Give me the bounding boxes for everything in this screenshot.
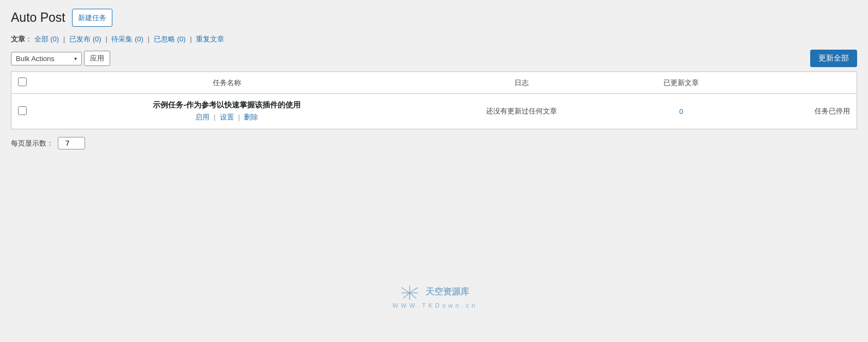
task-name: 示例任务-作为参考以快速掌握该插件的使用 [40, 100, 414, 110]
per-page-label: 每页显示数： [11, 139, 53, 148]
new-task-button[interactable]: 新建任务 [72, 9, 112, 27]
filter-label: 文章 [11, 35, 25, 43]
filter-all[interactable]: 全部 (0) [34, 35, 59, 43]
actions-bar: Bulk Actions ▾ 应用 更新全部 [11, 50, 857, 67]
updated-count: 0 [679, 107, 683, 116]
actions-bar-left: Bulk Actions ▾ 应用 [11, 51, 110, 66]
task-delete-link[interactable]: 删除 [244, 113, 258, 121]
col-header-task: 任务名称 [33, 72, 421, 94]
page-title: Auto Post [11, 10, 65, 25]
apply-button[interactable]: 应用 [84, 51, 110, 66]
table-row: 示例任务-作为参考以快速掌握该插件的使用 启用 | 设置 | 删除 还没有更新过… [11, 94, 857, 129]
footer-bar: 每页显示数： [11, 137, 857, 149]
task-actions: 启用 | 设置 | 删除 [195, 113, 258, 121]
filter-ignored[interactable]: 已忽略 (0) [154, 35, 186, 43]
per-page-input[interactable] [58, 137, 85, 149]
bulk-actions-dropdown[interactable]: Bulk Actions ▾ [11, 52, 82, 65]
filter-bar: 文章： 全部 (0) | 已发布 (0) | 待采集 (0) | 已忽略 (0)… [11, 34, 857, 44]
row-checkbox[interactable] [18, 106, 27, 115]
col-header-log: 日志 [421, 72, 623, 94]
svg-line-3 [410, 287, 418, 293]
select-all-checkbox[interactable] [18, 77, 27, 86]
task-log: 还没有更新过任何文章 [486, 107, 557, 115]
svg-line-5 [410, 293, 416, 298]
col-header-updated: 已更新文章 [622, 72, 739, 94]
task-enable-link[interactable]: 启用 [195, 113, 209, 121]
bulk-actions-label: Bulk Actions [16, 55, 55, 63]
update-all-button[interactable]: 更新全部 [810, 50, 857, 67]
watermark: 天空资源库 W W W . T K D o w n . c n [392, 285, 475, 309]
task-settings-link[interactable]: 设置 [220, 113, 234, 121]
filter-published[interactable]: 已发布 (0) [69, 35, 101, 43]
svg-line-2 [402, 287, 410, 293]
svg-line-4 [403, 293, 410, 298]
filter-duplicate[interactable]: 重复文章 [196, 35, 224, 43]
watermark-line1: 天空资源库 [426, 287, 469, 296]
task-status: 任务已停用 [815, 107, 850, 115]
tasks-table: 任务名称 日志 已更新文章 示例任务-作为参考以快速掌握该插件的使用 启用 [11, 71, 857, 129]
chevron-down-icon: ▾ [74, 56, 77, 62]
filter-pending[interactable]: 待采集 (0) [111, 35, 143, 43]
watermark-line2: W W W . T K D o w n . c n [392, 302, 475, 309]
